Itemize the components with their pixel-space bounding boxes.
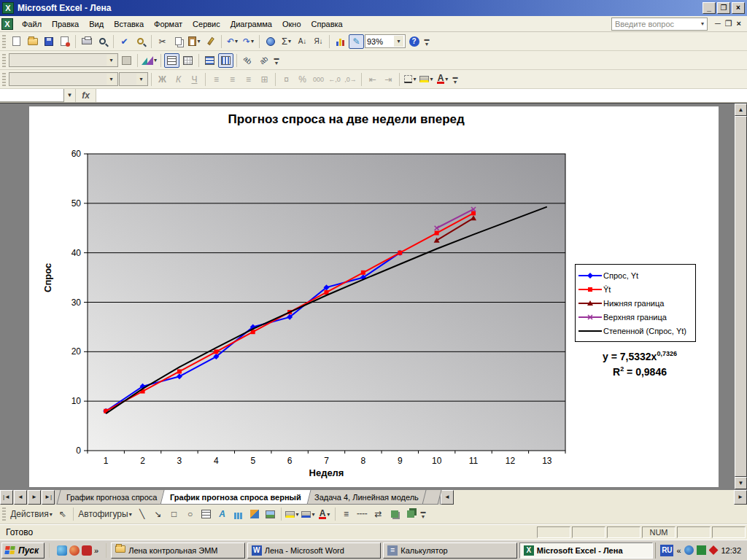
line-tool-button[interactable]: ╲ — [134, 507, 150, 521]
start-button[interactable]: Пуск — [1, 542, 44, 559]
rectangle-tool-button[interactable]: □ — [166, 507, 182, 521]
shadow-style-button[interactable] — [387, 507, 402, 521]
redo-dropdown-icon[interactable]: ▾ — [251, 38, 254, 44]
task-button-folder[interactable]: Лена контрольная ЭММ — [111, 542, 245, 559]
arrow-tool-button[interactable]: ↘ — [150, 507, 166, 521]
clip-art-button[interactable] — [247, 507, 262, 521]
toolbar-grip[interactable] — [2, 35, 6, 48]
paste-button[interactable]: ▾ — [187, 34, 202, 49]
toolbar-options-button[interactable]: ▬▼ — [272, 53, 281, 68]
restore-button[interactable]: ❐ — [717, 2, 730, 14]
sheet-tab-3[interactable]: Задача 4, Линейная модель — [305, 490, 429, 505]
doc-close-button[interactable]: × — [737, 19, 741, 28]
language-indicator[interactable]: RU — [660, 545, 673, 556]
font-color-button[interactable]: А▾ — [435, 72, 450, 87]
toolbar-options-button[interactable]: ▬▼ — [422, 34, 431, 49]
new-document-button[interactable] — [9, 34, 24, 49]
merge-center-button[interactable]: ⊞ — [257, 72, 272, 87]
quick-launch-icon-1[interactable] — [57, 545, 67, 556]
chart-type-button[interactable]: ▾ — [141, 53, 158, 68]
autosum-button[interactable]: Σ▾ — [279, 34, 294, 49]
by-row-button[interactable] — [202, 53, 217, 68]
arrow-style-button[interactable]: ⇄ — [371, 507, 386, 521]
underline-button[interactable]: Ч — [187, 72, 202, 87]
prev-sheet-button[interactable]: ◄ — [14, 490, 27, 505]
percent-button[interactable]: % — [295, 72, 310, 87]
angle-text-up-button[interactable]: ab — [256, 53, 271, 68]
fill-color-button[interactable]: ▾ — [419, 72, 434, 87]
cut-button[interactable]: ✂ — [155, 34, 170, 49]
draw-actions-button[interactable]: Действия▾ — [9, 507, 54, 521]
decrease-decimal-button[interactable]: ,0→ — [343, 72, 358, 87]
toolbar-options-button[interactable]: ▬▼ — [451, 72, 460, 87]
font-color-dropdown-icon[interactable]: ▾ — [445, 76, 448, 82]
tray-icon-3[interactable] — [709, 545, 719, 555]
align-left-button[interactable]: ≡ — [209, 72, 224, 87]
formula-input[interactable] — [96, 89, 747, 102]
open-button[interactable] — [25, 34, 40, 49]
close-button[interactable]: × — [732, 2, 745, 14]
angle-text-down-button[interactable]: ab — [240, 53, 255, 68]
increase-decimal-button[interactable]: ←,0 — [327, 72, 342, 87]
zoom-dropdown-icon[interactable]: ▾ — [394, 36, 403, 47]
wordart-button[interactable]: A — [214, 507, 230, 521]
sort-descending-button[interactable]: Я↓ — [311, 34, 326, 49]
chart-type-dropdown-icon[interactable]: ▾ — [154, 57, 157, 63]
scroll-up-icon[interactable]: ▲ — [735, 104, 747, 116]
tray-chevron-icon[interactable]: « — [676, 546, 681, 555]
scroll-left-icon[interactable]: ◄ — [441, 490, 454, 505]
sheet-tab-stub[interactable] — [422, 490, 442, 505]
by-column-button[interactable] — [218, 53, 233, 68]
borders-button[interactable]: ▾ — [403, 72, 418, 87]
diagram-button[interactable] — [231, 507, 246, 521]
toolbar-grip[interactable] — [2, 54, 6, 67]
undo-button[interactable]: ↶▾ — [225, 34, 240, 49]
quick-launch-overflow-icon[interactable]: » — [94, 546, 98, 555]
chart-sheet[interactable]: Прогноз спроса на две недели вперед 0102… — [29, 106, 719, 487]
insert-function-button[interactable]: fx — [76, 89, 96, 102]
align-right-button[interactable]: ≡ — [241, 72, 256, 87]
undo-dropdown-icon[interactable]: ▾ — [235, 38, 238, 44]
toolbar-grip[interactable] — [2, 508, 6, 521]
menu-file[interactable]: Файл — [17, 18, 47, 31]
toolbar-grip[interactable] — [2, 73, 6, 86]
next-sheet-button[interactable]: ► — [28, 490, 41, 505]
drawing-toggle-button[interactable]: ✎ — [349, 34, 364, 49]
vertical-scrollbar[interactable]: ▲ ▼ — [735, 104, 747, 489]
first-sheet-button[interactable]: |◄ — [0, 490, 13, 505]
question-input[interactable]: Введите вопрос ▾ — [611, 18, 708, 31]
task-button-word[interactable]: W Лена - Microsoft Word — [247, 542, 382, 559]
format-selection-button[interactable] — [119, 53, 134, 68]
menu-edit[interactable]: Правка — [47, 18, 84, 31]
menu-tools[interactable]: Сервис — [187, 18, 225, 31]
name-box-dropdown-icon[interactable]: ▼ — [64, 89, 76, 102]
copy-button[interactable] — [171, 34, 186, 49]
chart-wizard-button[interactable] — [333, 34, 348, 49]
sheet-tab-2-active[interactable]: График прогноза спроса верный — [160, 490, 311, 505]
zoom-combo[interactable]: 93% ▾ — [365, 34, 406, 48]
print-preview-button[interactable] — [95, 34, 110, 49]
menu-view[interactable]: Вид — [84, 18, 109, 31]
menu-format[interactable]: Формат — [149, 18, 187, 31]
chart-objects-dropdown-icon[interactable]: ▾ — [107, 55, 116, 66]
help-button[interactable]: ? — [406, 34, 422, 49]
toolbar-options-button[interactable]: ▬▼ — [419, 507, 427, 521]
align-center-button[interactable]: ≡ — [225, 72, 240, 87]
select-objects-button[interactable]: ⇖ — [55, 507, 70, 521]
quick-launch-icon-3[interactable] — [82, 545, 92, 556]
data-table-button[interactable] — [180, 53, 196, 68]
menu-insert[interactable]: Вставка — [109, 18, 149, 31]
paste-dropdown-icon[interactable]: ▾ — [197, 38, 200, 44]
menu-window[interactable]: Окно — [277, 18, 306, 31]
bold-button[interactable]: Ж — [155, 72, 170, 87]
workbook-icon[interactable]: X — [1, 18, 13, 30]
vertical-scrollbar-thumb[interactable] — [735, 116, 747, 477]
sort-ascending-button[interactable]: А↓ — [295, 34, 310, 49]
doc-restore-button[interactable]: ❐ — [725, 19, 732, 28]
doc-minimize-button[interactable]: ─ — [715, 19, 721, 28]
decrease-indent-button[interactable]: ⇤ — [365, 72, 380, 87]
line-style-button[interactable]: ≡ — [338, 507, 354, 521]
print-button[interactable] — [79, 34, 94, 49]
redo-button[interactable]: ↷▾ — [241, 34, 256, 49]
insert-picture-button[interactable] — [263, 507, 278, 521]
